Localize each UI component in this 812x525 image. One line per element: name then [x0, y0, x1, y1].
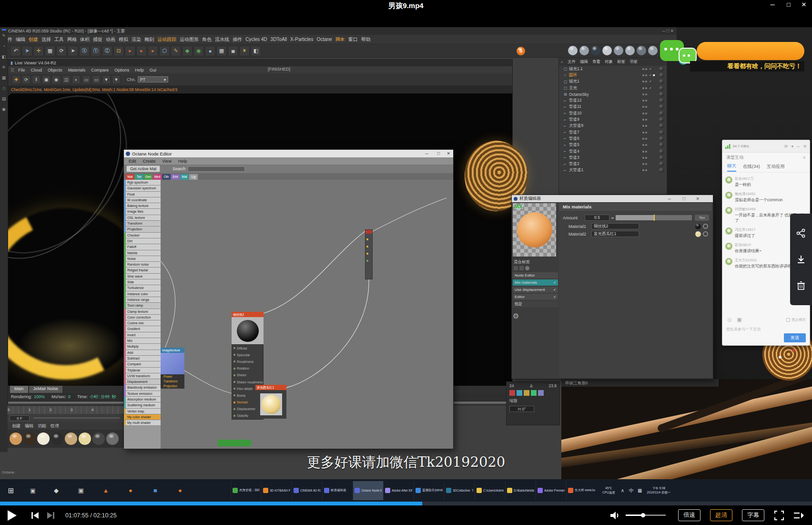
node-type-item[interactable]: Checker: [124, 233, 161, 238]
material-manager-tab[interactable]: 功能: [38, 423, 46, 429]
baidu-disk-icon[interactable]: ●: [118, 481, 143, 500]
node-type-item[interactable]: Falloff: [124, 244, 161, 250]
enabled-check[interactable]: ✓: [648, 73, 653, 77]
node-type-item[interactable]: Absorption medium: [124, 397, 161, 402]
node-type-item[interactable]: Noise: [124, 256, 161, 262]
node-pin[interactable]: Projection: [161, 384, 184, 389]
view-tool-icon[interactable]: [524, 390, 529, 396]
object-row[interactable]: ⌐ 管道6: [559, 135, 667, 142]
node-category-tab[interactable]: Tex: [135, 174, 143, 180]
object-row[interactable]: ◍ OctaneSky: [559, 91, 667, 97]
object-row[interactable]: ▢ 主光 ✓: [559, 85, 667, 91]
node-type-item[interactable]: Ridged fractal: [124, 268, 161, 273]
node-type-item[interactable]: Cosine mix: [124, 320, 161, 326]
texture-button[interactable]: Tex: [695, 215, 709, 221]
render-dot[interactable]: [645, 74, 647, 76]
render-dot[interactable]: [645, 125, 647, 127]
volume-slider[interactable]: [626, 515, 666, 516]
render-dot[interactable]: [645, 81, 647, 82]
c4d-menu-item[interactable]: 编辑: [16, 36, 25, 43]
node-pin[interactable]: Specular: [232, 351, 263, 358]
playlist-button[interactable]: [793, 511, 804, 520]
c4d-menu-item[interactable]: X-Particles: [290, 37, 313, 42]
node-type-item[interactable]: Invert: [124, 332, 161, 338]
object-manager-menu-item[interactable]: 对象: [605, 59, 613, 65]
node-type-item[interactable]: Image tiles: [124, 209, 161, 215]
taskbar-app-button[interactable]: 鱼大师 www.luda...: [566, 481, 597, 500]
object-material-thumb[interactable]: [659, 98, 664, 103]
lv-menu-objects[interactable]: Objects: [48, 68, 62, 72]
object-material-thumb[interactable]: [659, 86, 664, 91]
material-swatch[interactable]: [51, 432, 63, 445]
c4d-menu-item[interactable]: Octane: [316, 37, 332, 42]
task-view-button[interactable]: ▣: [22, 481, 44, 500]
material-sphere-icon[interactable]: [637, 46, 646, 55]
c4d-menu-item[interactable]: 帮助: [361, 36, 371, 43]
c4d-menu-item[interactable]: 插件: [233, 36, 242, 43]
camera-icon[interactable]: ◙: [228, 46, 238, 56]
touch-keyboard-icon[interactable]: ▦: [638, 488, 642, 493]
object-row[interactable]: ⌐ 管道9: [559, 116, 667, 123]
search-input[interactable]: [188, 166, 245, 172]
c4d-menu-item[interactable]: 模拟: [119, 36, 128, 43]
object-material-thumb[interactable]: [659, 104, 664, 109]
pick-material-icon[interactable]: ▼: [112, 75, 121, 84]
object-material-thumb[interactable]: [659, 117, 664, 122]
green-node-partial[interactable]: [218, 440, 251, 446]
ne-minimize-button[interactable]: ─: [426, 151, 428, 156]
quality-button[interactable]: 超清: [710, 509, 732, 521]
capture-app-icon[interactable]: ▣: [69, 481, 93, 500]
object-row[interactable]: ⌐ 管道10: [559, 110, 667, 116]
emission-material-node[interactable]: 发光西瓜红1: [255, 385, 286, 419]
get-active-mat-button[interactable]: Get Active Mat: [126, 165, 160, 172]
node-category-tab[interactable]: Mat: [180, 174, 189, 180]
node-pin[interactable]: Sheen roughness: [232, 379, 263, 385]
lv-menu-materials[interactable]: Materials: [68, 68, 86, 72]
material-manager-tab[interactable]: 编辑: [25, 423, 33, 429]
node-category-tab[interactable]: Gen: [144, 174, 152, 180]
node-editor-titlebar[interactable]: Octane Node Editor ─ □ ✕: [124, 150, 453, 157]
seek-bar[interactable]: [0, 502, 812, 505]
taskbar-app-button[interactable]: 直播助手(window...: [414, 481, 444, 500]
lv-menu-options[interactable]: Options: [114, 68, 129, 72]
node-type-item[interactable]: UVW transform: [124, 373, 161, 379]
view-tool-icon[interactable]: [531, 390, 537, 396]
node-category-tab[interactable]: Med: [153, 174, 162, 180]
chat-minimize-icon[interactable]: ─: [797, 144, 800, 149]
c4d-menu-item[interactable]: 脚本: [335, 36, 345, 43]
enabled-check[interactable]: ✓: [648, 67, 653, 71]
chat-input-hint[interactable]: 您也来参与一下互动: [726, 327, 761, 332]
object-row[interactable]: ⌐ 管道11: [559, 104, 667, 110]
render-dot[interactable]: [645, 138, 647, 140]
render-dot[interactable]: [645, 132, 647, 134]
node-category-tab[interactable]: Emi: [171, 174, 180, 180]
lv-menu-file[interactable]: File: [18, 68, 25, 72]
lock-view-icon[interactable]: ◫: [62, 75, 71, 84]
render-view-icon[interactable]: ▸: [125, 46, 135, 56]
magnet-icon[interactable]: ◔: [0, 41, 8, 51]
c4d-menu-item[interactable]: 工具: [54, 36, 64, 43]
visibility-dot[interactable]: [642, 157, 644, 159]
render-dot[interactable]: [645, 93, 647, 95]
chat-close-icon[interactable]: ✕: [803, 144, 807, 149]
node-type-item[interactable]: OSL texture: [124, 215, 161, 221]
enabled-check[interactable]: ✓: [648, 80, 653, 83]
node-type-item[interactable]: Texture emission: [124, 391, 161, 397]
render-dot[interactable]: [645, 163, 647, 165]
cursor-icon[interactable]: ➤: [22, 46, 32, 56]
c4d-menu-item[interactable]: 渲染: [132, 36, 141, 43]
download-icon[interactable]: [796, 255, 806, 264]
security-shield-icon[interactable]: ▲: [93, 481, 118, 500]
film-region-icon[interactable]: ▭: [92, 75, 101, 84]
node-type-item[interactable]: Gaussian spectrum: [124, 185, 161, 191]
spline-pen-icon[interactable]: ✎: [171, 46, 181, 56]
node-type-item[interactable]: Triplanar: [124, 368, 161, 373]
taskbar-app-button[interactable]: Octane Node Ed...: [353, 481, 383, 500]
material-swatch[interactable]: [106, 432, 119, 445]
taskbar-app-button[interactable]: C:\Users\Admini...: [475, 481, 505, 500]
c4d-menu-item[interactable]: 流水线: [215, 36, 229, 43]
grid-snap-icon[interactable]: ▦: [0, 72, 8, 83]
c4d-window-controls[interactable]: ─ □ ✕: [662, 29, 674, 33]
object-material-thumb[interactable]: [659, 155, 664, 160]
material-editor-titlebar[interactable]: 材质编辑器 ─ □ ✕: [512, 195, 713, 202]
